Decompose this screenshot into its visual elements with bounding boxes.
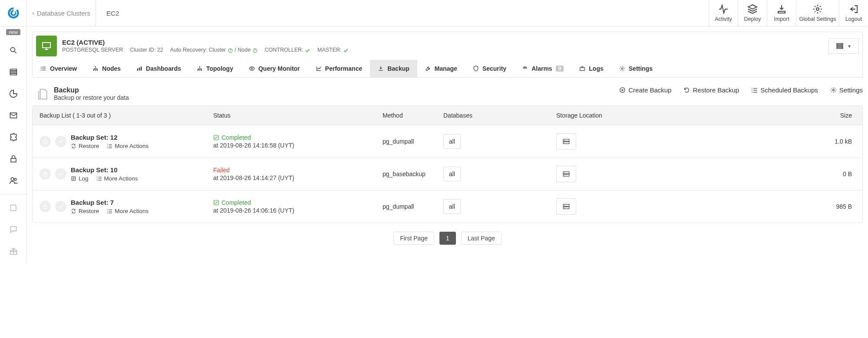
rail-docs[interactable] (0, 197, 27, 219)
tab-settings[interactable]: Settings (611, 60, 660, 77)
tab-query-monitor[interactable]: Query Monitor (241, 60, 308, 77)
row-more-actions[interactable]: More Actions (107, 143, 149, 149)
th-databases: Databases (436, 106, 549, 125)
power-icon (228, 48, 233, 53)
row-link-1[interactable]: Restore (71, 208, 99, 214)
rail-search[interactable] (0, 39, 27, 61)
alarms-badge: 0 (556, 66, 564, 72)
global-settings-button[interactable]: Global Settings (796, 0, 839, 26)
status-text: Completed (213, 199, 369, 206)
check-icon (343, 48, 349, 53)
rail-whatsnew[interactable] (0, 240, 27, 262)
table-header: Backup List ( 1-3 out of 3 ) Status Meth… (33, 106, 862, 125)
method-cell: pg_dumpall (376, 195, 436, 218)
puzzle-icon (9, 133, 18, 141)
eye-icon (249, 66, 255, 72)
auto-recovery: Auto Recovery: Cluster / Node (170, 47, 258, 53)
rail-mail[interactable] (0, 105, 27, 126)
deploy-button[interactable]: Deploy (738, 0, 767, 26)
page-1-button[interactable]: 1 (439, 232, 456, 245)
pagination: First Page 1 Last Page (32, 232, 863, 245)
monitor-icon (41, 41, 52, 51)
undo-icon (683, 87, 690, 93)
tab-dashboards[interactable]: Dashboards (129, 60, 189, 77)
method-cell: pg_basebackup (376, 163, 436, 185)
rail-analytics[interactable] (0, 83, 27, 105)
row-link-1[interactable]: Restore (71, 143, 99, 149)
check-circle-icon (55, 136, 66, 147)
storage-location-icon[interactable] (556, 198, 576, 215)
tab-manage[interactable]: Manage (417, 60, 465, 77)
server-icon (562, 138, 570, 145)
backup-set-title: Backup Set: 7 (71, 199, 149, 206)
gears-icon (812, 4, 823, 14)
last-page-button[interactable]: Last Page (461, 232, 502, 245)
status-time: at 2019-08-26 14:16:58 (UYT) (213, 142, 369, 149)
table-row: Backup Set: 10 Log More Actions Failed a… (33, 158, 862, 190)
backup-settings-button[interactable]: Settings (830, 86, 863, 94)
shield-icon (473, 66, 479, 72)
method-cell: pg_dumpall (376, 130, 436, 153)
gift-icon (9, 247, 18, 256)
search-icon (9, 46, 18, 55)
pie-icon (9, 89, 18, 98)
refresh-icon (71, 143, 76, 149)
dashboard-icon (136, 66, 142, 72)
power-icon (252, 48, 258, 53)
tab-alarms[interactable]: Alarms0 (514, 60, 571, 77)
cluster-type: POSTGRESQL SERVER (62, 47, 123, 53)
tab-overview[interactable]: Overview (33, 60, 85, 77)
tab-performance[interactable]: Performance (308, 60, 370, 77)
left-rail: new (0, 26, 27, 262)
import-button[interactable]: Import (767, 0, 796, 26)
activity-icon (718, 4, 729, 14)
size-cell: 0 B (636, 163, 862, 185)
logo-icon (6, 6, 21, 20)
row-more-actions[interactable]: More Actions (107, 208, 149, 214)
rail-support[interactable] (0, 219, 27, 240)
activity-button[interactable]: Activity (709, 0, 738, 26)
list-icon (107, 208, 112, 214)
signal-icon (522, 66, 528, 72)
table-row: Backup Set: 7 Restore More Actions Compl… (33, 190, 862, 223)
logout-button[interactable]: Logout (839, 0, 868, 26)
top-bar: ‹ Database Clusters EC2 Activity Deploy … (0, 0, 868, 26)
create-backup-button[interactable]: Create Backup (619, 86, 671, 94)
breadcrumb[interactable]: ‹ Database Clusters (27, 0, 96, 26)
check-circle-icon (55, 201, 66, 212)
new-badge: new (6, 29, 20, 35)
th-size: Size (636, 106, 862, 125)
rail-integrations[interactable] (0, 126, 27, 148)
breadcrumb-label: Database Clusters (37, 10, 90, 17)
table-row: Backup Set: 12 Restore More Actions Comp… (33, 125, 862, 158)
backup-set-title: Backup Set: 12 (71, 134, 149, 141)
section-heading: Backup Backup or restore your data Creat… (32, 84, 863, 105)
tab-backup[interactable]: Backup (370, 60, 417, 77)
tab-security[interactable]: Security (465, 60, 514, 77)
tab-logs[interactable]: Logs (571, 60, 611, 77)
storage-location-icon[interactable] (556, 133, 576, 150)
first-page-button[interactable]: First Page (393, 232, 434, 245)
logout-icon (848, 4, 859, 14)
restore-backup-button[interactable]: Restore Backup (683, 86, 739, 94)
book-icon (9, 203, 18, 212)
rail-clusters[interactable] (0, 61, 27, 83)
rail-users[interactable] (0, 170, 27, 191)
rail-keys[interactable] (0, 148, 27, 170)
tab-topology[interactable]: Topology (189, 60, 241, 77)
scheduled-backups-button[interactable]: Scheduled Backups (751, 86, 818, 94)
storage-location-icon[interactable] (556, 166, 576, 182)
row-more-actions[interactable]: More Actions (96, 175, 138, 182)
logo-cell[interactable] (0, 0, 27, 26)
refresh-icon (71, 208, 76, 214)
cluster-details-dropdown[interactable]: ▼ (828, 38, 859, 54)
wrench-icon (425, 66, 431, 72)
users-icon (9, 176, 18, 185)
status-time: at 2019-08-26 14:06:16 (UYT) (213, 207, 369, 214)
tab-nodes[interactable]: Nodes (85, 60, 129, 77)
lock-circle-icon (40, 136, 51, 147)
status-time: at 2019-08-26 14:14:27 (UYT) (213, 174, 369, 181)
lock-circle-icon (40, 168, 51, 180)
size-cell: 1.0 kB (636, 130, 862, 153)
row-link-1[interactable]: Log (71, 175, 89, 182)
